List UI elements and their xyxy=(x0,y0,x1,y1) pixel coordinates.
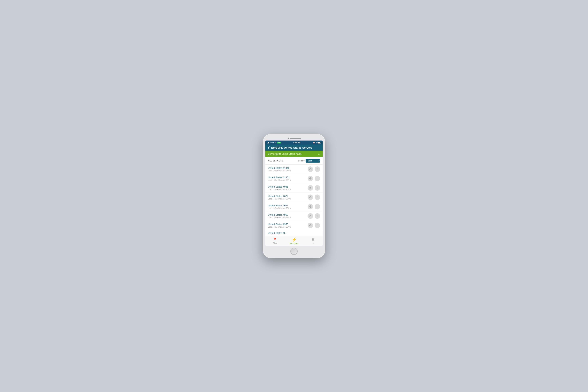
power-button[interactable]: ⏻ xyxy=(308,176,313,181)
heart-icon: ♡ xyxy=(316,168,318,170)
server-name: United States #1346 xyxy=(268,166,308,169)
signal-bars xyxy=(267,142,269,144)
heart-icon: ♡ xyxy=(316,177,318,180)
vpn-badge: VPN xyxy=(277,142,281,144)
heart-icon: ♡ xyxy=(316,215,318,217)
server-meta: Load 13 % • Distance 284mi xyxy=(268,179,308,181)
power-icon: ⏻ xyxy=(309,187,312,189)
power-button[interactable]: ⏻ xyxy=(308,223,313,228)
server-actions: ⏻ ♡ xyxy=(308,185,320,191)
lightning-icon: ⚡ xyxy=(292,237,296,242)
sort-dropdown[interactable]: Best Load Distance xyxy=(306,159,320,162)
partial-server-item: United States #f… xyxy=(265,230,323,236)
sort-container: Sort by Best Load Distance xyxy=(298,159,320,162)
list-icon: ☷ xyxy=(312,238,314,242)
connected-bar[interactable]: Connected to United States #1255 ⌄ xyxy=(265,151,323,157)
back-chevron-icon[interactable]: ❮ xyxy=(268,146,270,149)
phone-device: AT&T ⌘ VPN 6:16 PM ⏰ ∗ ❮ NordVPN United … xyxy=(263,134,325,258)
server-name: United States #955 xyxy=(268,223,308,226)
status-right: ⏰ ∗ xyxy=(313,142,321,144)
power-button[interactable]: ⏻ xyxy=(308,166,313,172)
server-info: United States #667 Load 14 % • Distance … xyxy=(268,204,308,209)
tab-list[interactable]: ☷ List xyxy=(304,238,323,244)
tab-list-label: List xyxy=(312,242,314,244)
sort-label: Sort by xyxy=(298,160,304,162)
map-icon: 📍 xyxy=(273,238,277,242)
server-name: United States #1351 xyxy=(268,176,308,179)
server-actions: ⏻ ♡ xyxy=(308,194,320,200)
status-left: AT&T ⌘ VPN xyxy=(267,142,281,144)
server-meta: Load 10 % • Distance 284mi xyxy=(268,170,308,172)
wifi-icon: ⌘ xyxy=(275,142,276,144)
battery-icon xyxy=(318,142,321,144)
list-header: ALL SERVERS Sort by Best Load Distance xyxy=(265,157,323,164)
power-icon: ⏻ xyxy=(309,215,312,217)
server-name: United States #672 xyxy=(268,195,308,198)
tab-map-label: Map xyxy=(273,242,276,244)
server-actions: ⏻ ♡ xyxy=(308,223,320,228)
server-info: United States #1346 Load 10 % • Distance… xyxy=(268,166,308,172)
server-meta: Load 16 % • Distance 284mi xyxy=(268,226,308,228)
favorite-button[interactable]: ♡ xyxy=(314,185,320,191)
power-icon: ⏻ xyxy=(309,205,312,208)
favorite-button[interactable]: ♡ xyxy=(314,176,320,181)
server-info: United States #941 Load 14 % • Distance … xyxy=(268,185,308,190)
server-item[interactable]: United States #950 Load 16 % • Distance … xyxy=(265,212,323,221)
partial-server-name: United States #f… xyxy=(268,232,288,234)
server-info: United States #1351 Load 13 % • Distance… xyxy=(268,176,308,181)
favorite-button[interactable]: ♡ xyxy=(314,166,320,172)
server-item[interactable]: United States #672 Load 14 % • Distance … xyxy=(265,193,323,202)
status-bar: AT&T ⌘ VPN 6:16 PM ⏰ ∗ xyxy=(265,140,323,144)
server-name: United States #667 xyxy=(268,204,308,207)
heart-icon: ♡ xyxy=(316,187,318,189)
server-meta: Load 14 % • Distance 284mi xyxy=(268,207,308,209)
server-meta: Load 14 % • Distance 284mi xyxy=(268,188,308,190)
server-name: United States #950 xyxy=(268,214,308,216)
server-item[interactable]: United States #941 Load 14 % • Distance … xyxy=(265,183,323,193)
alarm-icon: ⏰ xyxy=(313,142,315,144)
favorite-button[interactable]: ♡ xyxy=(314,213,320,219)
app-header: ❮ NordVPN United States Servers xyxy=(265,144,323,151)
home-button[interactable] xyxy=(290,248,298,255)
server-name: United States #941 xyxy=(268,185,308,188)
favorite-button[interactable]: ♡ xyxy=(314,223,320,228)
server-item[interactable]: United States #1351 Load 13 % • Distance… xyxy=(265,174,323,183)
favorite-button[interactable]: ♡ xyxy=(314,194,320,200)
favorite-button[interactable]: ♡ xyxy=(314,204,320,210)
speaker-grille xyxy=(290,138,301,139)
tab-bar: 📍 Map ⚡ Disconnect ☷ List xyxy=(265,236,323,246)
server-info: United States #950 Load 16 % • Distance … xyxy=(268,214,308,218)
chevron-down-icon: ⌄ xyxy=(318,152,320,156)
heart-icon: ♡ xyxy=(316,205,318,208)
power-button[interactable]: ⏻ xyxy=(308,213,313,219)
bluetooth-icon: ∗ xyxy=(316,142,317,144)
server-item[interactable]: United States #955 Load 16 % • Distance … xyxy=(265,221,323,230)
camera-dot xyxy=(288,138,289,139)
tab-disconnect-label: Disconnect xyxy=(290,242,298,244)
power-button[interactable]: ⏻ xyxy=(308,185,313,191)
power-icon: ⏻ xyxy=(309,224,312,227)
server-item[interactable]: United States #667 Load 14 % • Distance … xyxy=(265,202,323,212)
phone-screen: AT&T ⌘ VPN 6:16 PM ⏰ ∗ ❮ NordVPN United … xyxy=(265,140,323,246)
phone-top-bar xyxy=(265,136,323,140)
server-actions: ⏻ ♡ xyxy=(308,176,320,181)
power-icon: ⏻ xyxy=(309,177,312,180)
server-info: United States #672 Load 14 % • Distance … xyxy=(268,195,308,200)
power-button[interactable]: ⏻ xyxy=(308,204,313,210)
phone-bottom xyxy=(265,248,323,255)
power-icon: ⏻ xyxy=(309,196,312,198)
heart-icon: ♡ xyxy=(316,224,318,227)
server-info: United States #955 Load 16 % • Distance … xyxy=(268,223,308,228)
all-servers-label: ALL SERVERS xyxy=(268,160,283,162)
server-actions: ⏻ ♡ xyxy=(308,204,320,210)
heart-icon: ♡ xyxy=(316,196,318,198)
tab-map[interactable]: 📍 Map xyxy=(265,238,284,244)
server-list: United States #1346 Load 10 % • Distance… xyxy=(265,164,323,230)
power-icon: ⏻ xyxy=(309,168,312,170)
server-item[interactable]: United States #1346 Load 10 % • Distance… xyxy=(265,164,323,174)
server-actions: ⏻ ♡ xyxy=(308,166,320,172)
carrier-label: AT&T xyxy=(270,142,274,144)
power-button[interactable]: ⏻ xyxy=(308,194,313,200)
tab-disconnect[interactable]: ⚡ Disconnect xyxy=(284,237,304,244)
connected-text: Connected to United States #1255 xyxy=(268,153,302,155)
